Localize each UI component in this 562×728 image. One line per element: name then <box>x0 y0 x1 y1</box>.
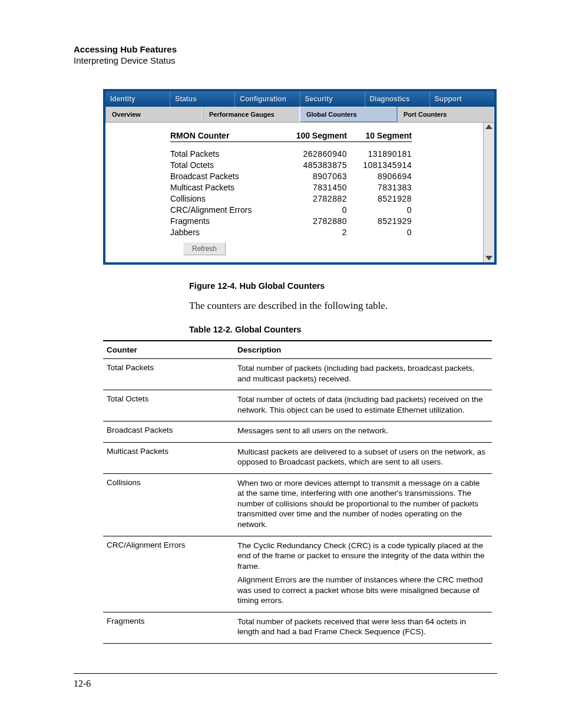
scrollbar[interactable] <box>483 123 494 262</box>
tab-status[interactable]: Status <box>170 91 235 107</box>
counter-name: Jabbers <box>170 228 282 237</box>
counter-desc-cell: The Cyclic Redundancy Check (CRC) is a c… <box>234 536 492 612</box>
scroll-down-icon[interactable] <box>485 256 492 261</box>
subtab-port-counters[interactable]: Port Counters <box>397 107 494 122</box>
counters-header-row: RMON Counter 100 Segment 10 Segment <box>170 131 481 140</box>
sub-tab-bar: Overview Performance Gauges Global Count… <box>105 107 494 123</box>
counter-10seg: 131890181 <box>347 149 412 159</box>
counter-100seg: 2782882 <box>282 194 347 203</box>
table-row: CollisionsWhen two or more devices attem… <box>103 473 492 536</box>
counter-name: Broadcast Packets <box>170 172 282 181</box>
counter-desc-cell: Messages sent to all users on the networ… <box>234 421 492 443</box>
counter-100seg: 262860940 <box>282 149 347 159</box>
counter-desc-cell: Total number of packets received that we… <box>234 612 492 643</box>
table-row: Broadcast Packets 8907063 8906694 <box>170 172 481 181</box>
table-row: Jabbers 2 0 <box>170 228 481 237</box>
figure-caption: Figure 12-4. Hub Global Counters <box>189 281 497 291</box>
table-row: FragmentsTotal number of packets receive… <box>103 612 492 643</box>
header-rule <box>170 141 412 142</box>
counter-100seg: 7831450 <box>282 183 347 192</box>
counter-name: Collisions <box>170 194 282 203</box>
page-number: 12-6 <box>74 678 497 689</box>
tab-support[interactable]: Support <box>430 91 494 107</box>
tab-diagnostics[interactable]: Diagnostics <box>365 91 430 107</box>
scroll-up-icon[interactable] <box>485 124 492 129</box>
counter-10seg: 0 <box>347 205 412 215</box>
counter-desc-cell: When two or more devices attempt to tran… <box>234 473 492 536</box>
counter-10seg: 7831383 <box>347 183 412 192</box>
top-tab-bar: Identity Status Configuration Security D… <box>105 91 494 107</box>
tab-configuration[interactable]: Configuration <box>235 91 300 107</box>
subtab-global-counters[interactable]: Global Counters <box>300 107 397 122</box>
counter-100seg: 2 <box>282 228 347 237</box>
counter-desc-cell: Total number of packets (including bad p… <box>234 359 492 390</box>
table-row: Total Packets 262860940 131890181 <box>170 149 481 159</box>
counter-name: Total Octets <box>170 160 282 170</box>
rmon-counter-label: RMON Counter <box>170 131 282 140</box>
body-paragraph: The counters are described in the follow… <box>189 300 497 312</box>
subtab-performance-gauges[interactable]: Performance Gauges <box>203 107 300 122</box>
table-row: CRC/Alignment Errors 0 0 <box>170 205 481 215</box>
tab-security[interactable]: Security <box>300 91 365 107</box>
counter-100seg: 0 <box>282 205 347 215</box>
device-console: Identity Status Configuration Security D… <box>103 89 497 265</box>
counter-name: Fragments <box>170 216 282 226</box>
counter-desc-cell: Total number of octets of data (includin… <box>234 390 492 421</box>
table-row: Multicast PacketsMulticast packets are d… <box>103 442 492 473</box>
counter-100seg: 485383875 <box>282 160 347 170</box>
counter-10seg: 8906694 <box>347 172 412 181</box>
table-row: Fragments 2782880 8521929 <box>170 216 481 226</box>
counter-name-cell: Broadcast Packets <box>103 421 234 443</box>
table-row: Multicast Packets 7831450 7831383 <box>170 183 481 192</box>
counter-10seg: 1081345914 <box>347 160 412 170</box>
table-row: Total Octets 485383875 1081345914 <box>170 160 481 170</box>
counter-10seg: 0 <box>347 228 412 237</box>
counter-100seg: 8907063 <box>282 172 347 181</box>
tab-identity[interactable]: Identity <box>105 91 170 107</box>
counter-name-cell: Total Octets <box>103 390 234 421</box>
counter-name-cell: Total Packets <box>103 359 234 390</box>
col-100-segment: 100 Segment <box>282 131 347 140</box>
counter-name-cell: CRC/Alignment Errors <box>103 536 234 612</box>
counter-name: Total Packets <box>170 149 282 159</box>
counter-100seg: 2782880 <box>282 216 347 226</box>
table-row: CRC/Alignment ErrorsThe Cyclic Redundanc… <box>103 536 492 612</box>
page-header-subtitle: Interpreting Device Status <box>74 55 497 65</box>
counter-name: Multicast Packets <box>170 183 282 192</box>
counter-10seg: 8521928 <box>347 194 412 203</box>
counter-name-cell: Fragments <box>103 612 234 643</box>
table-row: Total PacketsTotal number of packets (in… <box>103 359 492 390</box>
counter-name-cell: Collisions <box>103 473 234 536</box>
counter-10seg: 8521929 <box>347 216 412 226</box>
refresh-button[interactable]: Refresh <box>183 242 226 255</box>
subtab-overview[interactable]: Overview <box>105 107 203 122</box>
table-row: Collisions 2782882 8521928 <box>170 194 481 203</box>
counters-panel: RMON Counter 100 Segment 10 Segment Tota… <box>105 123 483 262</box>
counter-name: CRC/Alignment Errors <box>170 205 282 215</box>
table-row: Broadcast PacketsMessages sent to all us… <box>103 421 492 443</box>
counter-desc-cell: Multicast packets are delivered to a sub… <box>234 442 492 473</box>
footer-rule <box>74 673 497 674</box>
page-header-title: Accessing Hub Features <box>74 44 497 54</box>
th-counter: Counter <box>103 341 234 359</box>
table-row: Total OctetsTotal number of octets of da… <box>103 390 492 421</box>
global-counters-desc-table: Counter Description Total PacketsTotal n… <box>103 340 492 644</box>
th-description: Description <box>234 341 492 359</box>
counter-name-cell: Multicast Packets <box>103 442 234 473</box>
table-caption: Table 12-2. Global Counters <box>189 325 497 334</box>
col-10-segment: 10 Segment <box>347 131 412 140</box>
